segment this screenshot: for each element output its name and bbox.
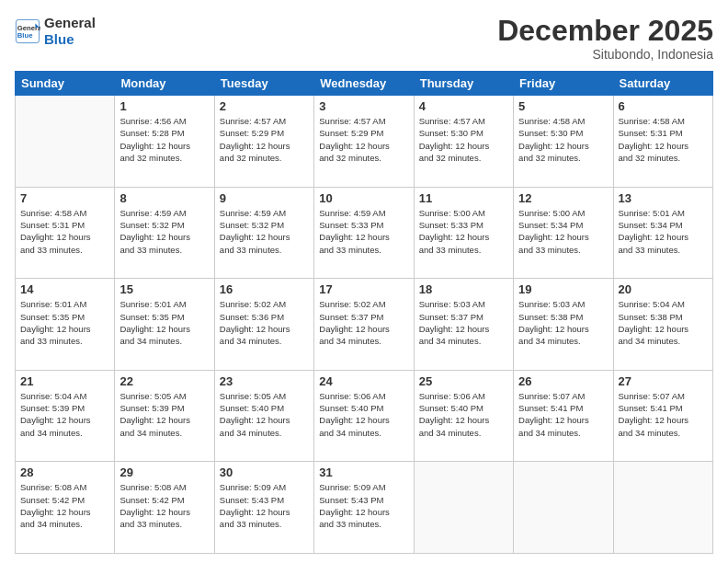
calendar-cell — [16, 96, 115, 188]
cell-info: Sunrise: 5:03 AMSunset: 5:37 PMDaylight:… — [419, 298, 508, 347]
day-number: 23 — [220, 374, 309, 388]
cell-info: Sunrise: 5:02 AMSunset: 5:36 PMDaylight:… — [220, 298, 309, 347]
calendar-cell: 28Sunrise: 5:08 AMSunset: 5:42 PMDayligh… — [16, 462, 115, 554]
day-number: 2 — [220, 99, 309, 113]
day-number: 18 — [419, 282, 508, 296]
cell-info: Sunrise: 5:08 AMSunset: 5:42 PMDaylight:… — [119, 481, 209, 530]
calendar-week-2: 7Sunrise: 4:58 AMSunset: 5:31 PMDaylight… — [16, 187, 713, 279]
day-number: 19 — [518, 282, 608, 296]
cell-info: Sunrise: 4:58 AMSunset: 5:30 PMDaylight:… — [518, 115, 608, 164]
calendar-cell: 16Sunrise: 5:02 AMSunset: 5:36 PMDayligh… — [214, 279, 313, 371]
cell-info: Sunrise: 5:05 AMSunset: 5:39 PMDaylight:… — [119, 390, 209, 439]
day-number: 20 — [619, 282, 708, 296]
col-header-tuesday: Tuesday — [214, 72, 313, 96]
cell-info: Sunrise: 5:02 AMSunset: 5:37 PMDaylight:… — [319, 298, 408, 347]
calendar-cell: 12Sunrise: 5:00 AMSunset: 5:34 PMDayligh… — [514, 187, 613, 279]
day-number: 24 — [319, 374, 408, 388]
day-number: 16 — [220, 282, 309, 296]
day-number: 17 — [319, 282, 408, 296]
cell-info: Sunrise: 4:59 AMSunset: 5:33 PMDaylight:… — [319, 207, 408, 256]
cell-info: Sunrise: 5:04 AMSunset: 5:38 PMDaylight:… — [619, 298, 708, 347]
day-number: 11 — [419, 191, 508, 205]
cell-info: Sunrise: 5:06 AMSunset: 5:40 PMDaylight:… — [319, 390, 408, 439]
cell-info: Sunrise: 4:58 AMSunset: 5:31 PMDaylight:… — [20, 207, 109, 256]
header: General Blue General Blue December 2025 … — [15, 15, 713, 62]
calendar-cell: 3Sunrise: 4:57 AMSunset: 5:29 PMDaylight… — [314, 96, 414, 188]
cell-info: Sunrise: 5:01 AMSunset: 5:34 PMDaylight:… — [619, 207, 708, 256]
cell-info: Sunrise: 5:03 AMSunset: 5:38 PMDaylight:… — [518, 298, 608, 347]
calendar-header-row: SundayMondayTuesdayWednesdayThursdayFrid… — [16, 72, 713, 96]
calendar-cell: 15Sunrise: 5:01 AMSunset: 5:35 PMDayligh… — [115, 279, 214, 371]
calendar-cell: 31Sunrise: 5:09 AMSunset: 5:43 PMDayligh… — [314, 462, 414, 554]
page: General Blue General Blue December 2025 … — [0, 0, 728, 563]
cell-info: Sunrise: 5:08 AMSunset: 5:42 PMDaylight:… — [20, 481, 109, 530]
cell-info: Sunrise: 5:01 AMSunset: 5:35 PMDaylight:… — [20, 298, 109, 347]
calendar-cell: 14Sunrise: 5:01 AMSunset: 5:35 PMDayligh… — [16, 279, 115, 371]
cell-info: Sunrise: 5:00 AMSunset: 5:33 PMDaylight:… — [419, 207, 508, 256]
logo-line1: General — [44, 15, 96, 31]
calendar-week-3: 14Sunrise: 5:01 AMSunset: 5:35 PMDayligh… — [16, 279, 713, 371]
calendar-cell: 5Sunrise: 4:58 AMSunset: 5:30 PMDaylight… — [514, 96, 613, 188]
calendar-cell: 9Sunrise: 4:59 AMSunset: 5:32 PMDaylight… — [214, 187, 313, 279]
day-number: 6 — [619, 99, 708, 113]
calendar-cell: 19Sunrise: 5:03 AMSunset: 5:38 PMDayligh… — [514, 279, 613, 371]
day-number: 30 — [220, 465, 309, 479]
cell-info: Sunrise: 5:06 AMSunset: 5:40 PMDaylight:… — [419, 390, 508, 439]
calendar-cell: 11Sunrise: 5:00 AMSunset: 5:33 PMDayligh… — [414, 187, 513, 279]
calendar-cell: 21Sunrise: 5:04 AMSunset: 5:39 PMDayligh… — [16, 370, 115, 462]
calendar-cell: 23Sunrise: 5:05 AMSunset: 5:40 PMDayligh… — [214, 370, 313, 462]
cell-info: Sunrise: 4:57 AMSunset: 5:30 PMDaylight:… — [419, 115, 508, 164]
cell-info: Sunrise: 5:09 AMSunset: 5:43 PMDaylight:… — [220, 481, 309, 530]
svg-text:General: General — [17, 24, 40, 32]
cell-info: Sunrise: 5:04 AMSunset: 5:39 PMDaylight:… — [20, 390, 109, 439]
cell-info: Sunrise: 4:58 AMSunset: 5:31 PMDaylight:… — [619, 115, 708, 164]
cell-info: Sunrise: 5:05 AMSunset: 5:40 PMDaylight:… — [220, 390, 309, 439]
logo-line2: Blue — [44, 31, 96, 48]
calendar-cell: 25Sunrise: 5:06 AMSunset: 5:40 PMDayligh… — [414, 370, 513, 462]
calendar-cell: 17Sunrise: 5:02 AMSunset: 5:37 PMDayligh… — [314, 279, 414, 371]
calendar-cell: 8Sunrise: 4:59 AMSunset: 5:32 PMDaylight… — [115, 187, 214, 279]
calendar-cell: 10Sunrise: 4:59 AMSunset: 5:33 PMDayligh… — [314, 187, 414, 279]
calendar-cell: 22Sunrise: 5:05 AMSunset: 5:39 PMDayligh… — [115, 370, 214, 462]
day-number: 12 — [518, 191, 608, 205]
calendar-cell: 2Sunrise: 4:57 AMSunset: 5:29 PMDaylight… — [214, 96, 313, 188]
cell-info: Sunrise: 5:09 AMSunset: 5:43 PMDaylight:… — [319, 481, 408, 530]
cell-info: Sunrise: 5:07 AMSunset: 5:41 PMDaylight:… — [619, 390, 708, 439]
day-number: 28 — [20, 465, 109, 479]
day-number: 21 — [20, 374, 109, 388]
calendar-cell: 29Sunrise: 5:08 AMSunset: 5:42 PMDayligh… — [115, 462, 214, 554]
col-header-wednesday: Wednesday — [314, 72, 414, 96]
day-number: 7 — [20, 191, 109, 205]
day-number: 8 — [119, 191, 209, 205]
calendar-week-1: 1Sunrise: 4:56 AMSunset: 5:28 PMDaylight… — [16, 96, 713, 188]
col-header-friday: Friday — [514, 72, 613, 96]
day-number: 22 — [119, 374, 209, 388]
day-number: 9 — [220, 191, 309, 205]
col-header-monday: Monday — [115, 72, 214, 96]
svg-text:Blue: Blue — [17, 31, 33, 40]
calendar-cell: 27Sunrise: 5:07 AMSunset: 5:41 PMDayligh… — [613, 370, 712, 462]
day-number: 27 — [619, 374, 708, 388]
calendar-cell: 26Sunrise: 5:07 AMSunset: 5:41 PMDayligh… — [514, 370, 613, 462]
calendar-cell: 30Sunrise: 5:09 AMSunset: 5:43 PMDayligh… — [214, 462, 313, 554]
day-number: 10 — [319, 191, 408, 205]
day-number: 13 — [619, 191, 708, 205]
calendar-cell — [613, 462, 712, 554]
col-header-thursday: Thursday — [414, 72, 513, 96]
day-number: 3 — [319, 99, 408, 113]
calendar-week-5: 28Sunrise: 5:08 AMSunset: 5:42 PMDayligh… — [16, 462, 713, 554]
calendar-cell — [514, 462, 613, 554]
cell-info: Sunrise: 4:56 AMSunset: 5:28 PMDaylight:… — [119, 115, 209, 164]
calendar-cell — [414, 462, 513, 554]
calendar-table: SundayMondayTuesdayWednesdayThursdayFrid… — [15, 71, 713, 554]
day-number: 5 — [518, 99, 608, 113]
day-number: 15 — [119, 282, 209, 296]
calendar-cell: 20Sunrise: 5:04 AMSunset: 5:38 PMDayligh… — [613, 279, 712, 371]
day-number: 29 — [119, 465, 209, 479]
calendar-cell: 24Sunrise: 5:06 AMSunset: 5:40 PMDayligh… — [314, 370, 414, 462]
location-subtitle: Situbondo, Indonesia — [497, 47, 713, 62]
day-number: 25 — [419, 374, 508, 388]
col-header-saturday: Saturday — [613, 72, 712, 96]
cell-info: Sunrise: 4:59 AMSunset: 5:32 PMDaylight:… — [119, 207, 209, 256]
cell-info: Sunrise: 4:59 AMSunset: 5:32 PMDaylight:… — [220, 207, 309, 256]
